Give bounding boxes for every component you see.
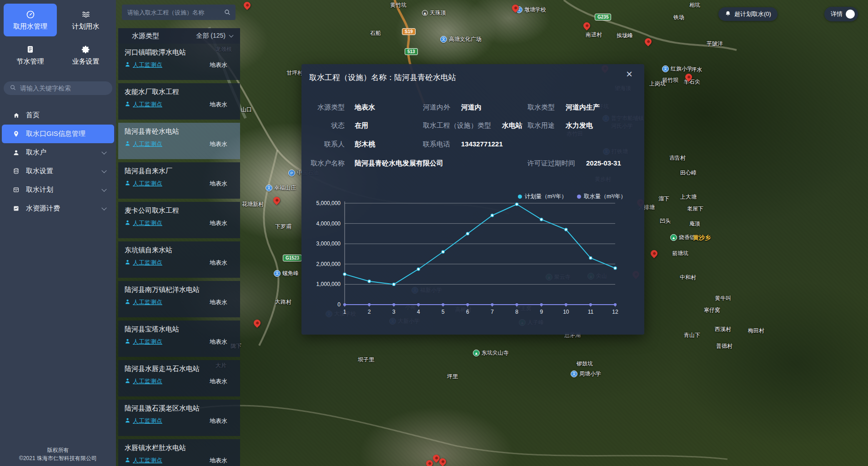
field-label: 河道内外 [423,103,450,111]
person-icon [125,299,130,306]
manual-monitor-link[interactable]: 人工监测点 [125,417,162,425]
manual-monitor-link[interactable]: 人工监测点 [125,298,162,306]
gear-icon [81,45,90,55]
module-water-saving-management[interactable]: 节水管理 [4,39,57,71]
facility-detail-modal: 取水工程（设施）名称：陆河县青砼水电站 × 水源类型地表水河道内外河道内取水类型… [301,64,644,335]
facility-list-item[interactable]: 陆河县水唇走马石水电站人工监测点地表水 [118,360,240,396]
chevron-down-icon [101,205,106,210]
sidebar-search[interactable] [4,81,112,95]
map-label: 坪水 [691,66,702,74]
water-source-type: 地表水 [210,180,227,188]
facility-search-input[interactable] [127,9,222,16]
waves-icon [81,10,90,20]
person-icon [125,378,130,385]
field-value: 彭木桃 [355,140,375,148]
detail-field: 取水类型河道内生产 [527,103,600,112]
module-planned-water-use[interactable]: 计划用水 [59,4,112,36]
map-label: ▲天珠顶 [422,9,446,17]
field-label: 水源类型 [301,103,345,112]
facility-list-item[interactable]: 河口镇唱歌潭水电站人工监测点地表水 [118,44,240,80]
facility-name: 陆河县南万镇杞洋水电站 [125,285,234,294]
map-label: 中和村 [680,274,696,281]
svg-text:3: 3 [392,309,396,315]
facility-list-item[interactable]: 水唇镇水栏肚水电站人工监测点地表水 [118,439,240,466]
field-value: 2025-03-31 [586,159,621,167]
user-icon [12,149,20,156]
sidebar-item-intake-gis-management[interactable]: 取水口GIS信息管理 [2,125,114,143]
facility-list-item[interactable]: 东坑镇自来水站人工监测点地表水 [118,241,240,278]
manual-monitor-link[interactable]: 人工监测点 [125,377,162,386]
map-label: 文墩塘学校 [516,6,546,14]
map-label: 庵顶 [689,220,700,228]
facility-list-item[interactable]: 陆河县宝塔水电站人工监测点地表水 [118,321,240,357]
manual-monitor-link[interactable]: 人工监测点 [125,140,162,148]
facility-list-item[interactable]: 陆河县南万镇杞洋水电站人工监测点地表水 [118,281,240,317]
field-value: 河道内生产 [566,103,600,111]
map-poi-blue-icon: 文 [662,65,669,72]
legend-dot [518,195,522,199]
app-window: 黄竹坑▲天珠顶文墩塘学校相坑铁场南进村挨垅峰芋陂洋坪水龙颈根石船文高塘文化广场甘… [0,0,868,466]
sidebar-item-water-users[interactable]: 取水户 [0,143,116,162]
field-label: 取水户名称 [301,159,345,168]
map-poi-blue-icon: 文 [571,371,577,377]
detail-toggle[interactable]: 详情 [824,7,858,21]
map-label: 芋陂洋 [707,40,723,48]
detail-field: 取水户名称陆河县青砼水电发展有限公司 [301,159,443,168]
map-label: 文高塘文化广场 [440,35,482,43]
person-icon [125,220,130,227]
map-label: 下罗甫 [275,223,291,230]
person-icon [125,259,130,266]
manual-monitor-link[interactable]: 人工监测点 [125,61,162,69]
facility-list-item[interactable]: 陆河县自来水厂人工监测点地表水 [118,162,240,199]
map-label: 石船 [370,30,381,37]
map-label: 黄沙乡 [693,234,711,242]
map-label: 甘坪村 [286,69,303,77]
manual-monitor-link[interactable]: 人工监测点 [125,456,162,465]
filter-label: 水源类型 [132,32,159,40]
field-label: 联系电话 [423,140,450,148]
field-label: 联系人 [301,140,345,149]
field-value: 在用 [355,121,368,129]
facility-list-item[interactable]: 友能水厂取水工程人工监测点地表水 [118,83,240,120]
field-label: 取水类型 [527,103,555,111]
over-plan-intake-button[interactable]: 超计划取水(0) [718,7,778,21]
chevron-down-icon [101,168,106,173]
map-label: 溜下 [658,195,669,203]
facility-list-item[interactable]: 麦卡公司取水工程人工监测点地表水 [118,202,240,238]
sidebar-item-label: 取水设置 [26,167,53,175]
manual-monitor-link[interactable]: 人工监测点 [125,180,162,188]
field-value: 13432771221 [461,140,503,148]
manual-monitor-link[interactable]: 人工监测点 [125,338,162,346]
sidebar-menu: 首页取水口GIS信息管理取水户取水设置取水计划水资源计费 [0,106,116,218]
svg-text:8: 8 [515,309,518,315]
map-label: 寒仔窝 [704,306,720,314]
search-icon[interactable] [224,9,231,18]
facility-list-item[interactable]: 陆河县青砼水电站人工监测点地表水 [118,123,240,159]
manual-monitor-link[interactable]: 人工监测点 [125,259,162,267]
sidebar-item-label: 取水计划 [26,185,53,194]
copyright: 版权所有 ©2021 珠海市仁智科技有限公司 [0,446,116,462]
water-source-type: 地表水 [210,140,227,148]
map-label: 黄牛叫 [715,295,731,302]
module-water-use-management[interactable]: 取用水管理 [4,4,57,36]
sidebar-item-water-resource-billing[interactable]: 水资源计费 [0,199,116,218]
manual-monitor-link[interactable]: 人工监测点 [125,100,162,109]
detail-field: 水源类型地表水 [301,103,375,112]
sidebar-item-intake-settings[interactable]: 取水设置 [0,162,116,180]
detail-field: 状态在用 [301,121,368,130]
source-type-filter[interactable]: 全部 (125) [196,32,234,40]
module-business-settings[interactable]: 业务设置 [59,39,112,71]
facility-list-item[interactable]: 陆河县激石溪老区水电站人工监测点地表水 [118,400,240,436]
map-label: 梅田村 [748,327,764,335]
facility-name: 陆河县激石溪老区水电站 [125,404,234,413]
sidebar-search-input[interactable] [20,85,102,92]
map-label: 箭塘坑 [672,250,688,257]
toggle-knob[interactable] [846,10,855,19]
alarm-icon [725,10,731,18]
close-icon[interactable]: × [626,69,632,80]
manual-monitor-link[interactable]: 人工监测点 [125,219,162,227]
sidebar-item-intake-plan[interactable]: 取水计划 [0,180,116,199]
facility-search[interactable] [122,5,236,20]
document-icon [26,45,35,55]
sidebar-item-home[interactable]: 首页 [0,106,116,125]
